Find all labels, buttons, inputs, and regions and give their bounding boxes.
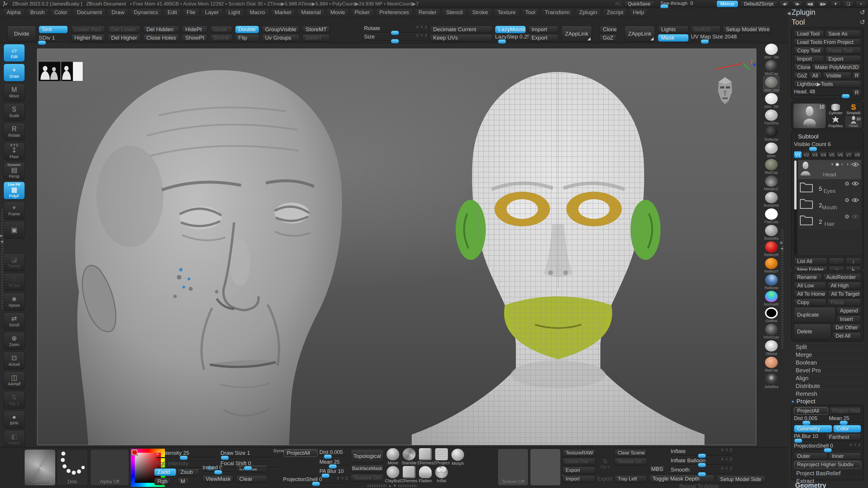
divider-left-icon[interactable]: ◀‖: [779, 1, 790, 7]
lazymouse-button[interactable]: LazyMouse: [495, 26, 526, 33]
quick-brush-item[interactable]: Inflat: [434, 466, 449, 484]
mean-slider[interactable]: Mean 25: [319, 459, 348, 467]
shelf-button-top[interactable]: Lower Res: [71, 26, 105, 33]
tool-preview-icon[interactable]: [716, 76, 734, 105]
menu-item[interactable]: Tool: [521, 8, 539, 17]
default-zscript-button[interactable]: DefaultZScript: [740, 1, 777, 7]
pa-blur-slider[interactable]: PA Blur 10: [794, 433, 823, 441]
subtool-item-head[interactable]: ▾ ◉ ◐ ◑ ∕ Head: [798, 160, 861, 179]
lazystep-slider[interactable]: LazyStep 0.25: [495, 34, 533, 42]
del-other-button[interactable]: Del Other: [832, 324, 861, 331]
export-button[interactable]: Export: [825, 55, 861, 63]
quicksave-button[interactable]: QuickSave: [624, 1, 654, 7]
rotate-slider[interactable]: RotateX Y Z: [364, 25, 428, 33]
doc-thumbnail-1[interactable]: [38, 62, 60, 81]
textureraw-button[interactable]: TextureRAW: [562, 449, 595, 457]
left-shelf-item[interactable]: S Scale: [3, 103, 25, 121]
doc-thumbnail-2[interactable]: [61, 62, 83, 81]
visibility-eye-icon[interactable]: [852, 182, 859, 186]
scroll-left-icon[interactable]: ◀: [780, 246, 783, 250]
tray-resize-handle[interactable]: ▲ ▼: [368, 484, 417, 487]
projection-shell-slider[interactable]: ProjectionShell 0X Y Z: [794, 443, 861, 451]
color-toggle-button[interactable]: Color: [833, 425, 861, 432]
section-row[interactable]: Align: [791, 374, 864, 382]
clear-scene-button[interactable]: Clear Scene: [615, 449, 647, 457]
clone-button[interactable]: Clone: [794, 64, 811, 71]
quick-brush-item[interactable]: ZRemes: [418, 448, 433, 466]
duplicate-button[interactable]: Duplicate: [794, 307, 836, 323]
menu-item[interactable]: Color: [50, 8, 71, 17]
head-r-button[interactable]: R: [852, 89, 861, 97]
inflate-balloon-slider[interactable]: Inflate BalloonX Y Z: [671, 457, 733, 465]
pa-blur-slider[interactable]: PA Blur 10: [319, 468, 348, 476]
material-scrollbar[interactable]: ▶ ◀: [781, 228, 783, 348]
head-slider[interactable]: Head. 48: [794, 89, 851, 97]
m-button[interactable]: M: [177, 478, 189, 485]
menu-item[interactable]: Dynamics: [130, 8, 162, 17]
menu-item[interactable]: Light: [224, 8, 244, 17]
zplugin-palette-header[interactable]: Zplugin↺: [792, 8, 865, 17]
geometry-toggle-button[interactable]: Geometry: [794, 425, 832, 432]
left-shelf-item[interactable]: ⋇ Xpose: [3, 293, 25, 311]
material-item[interactable]: Reflecte: [763, 273, 779, 290]
material-item[interactable]: MetalicC: [763, 174, 779, 191]
farthest-button[interactable]: Farthest: [826, 433, 861, 441]
setup-model-side-button[interactable]: Setup Model Side: [717, 475, 766, 483]
tray-left-button[interactable]: Tray Left: [615, 475, 647, 483]
shelf-button-top[interactable]: HidePt: [182, 26, 207, 33]
subtool-tab[interactable]: V7: [845, 151, 852, 158]
texture-on-button[interactable]: Texture On: [351, 474, 384, 482]
menus-button[interactable]: Menus: [717, 1, 738, 7]
subtool-tab[interactable]: V8: [853, 151, 861, 158]
subtool-header[interactable]: Subtool: [794, 133, 861, 140]
dist-slider[interactable]: Dist 0.005: [794, 416, 826, 423]
size-slider[interactable]: SizeX Y Z: [364, 34, 428, 42]
delete-button[interactable]: Delete: [794, 324, 831, 340]
material-item[interactable]: ReflectR: [763, 240, 779, 257]
scroll-right-icon[interactable]: ▶: [780, 240, 783, 245]
left-shelf-item[interactable]: Dynamic ▤ Persp: [3, 162, 25, 180]
material-item[interactable]: FastSha: [763, 109, 779, 125]
subtool-folder-row[interactable]: 2 ⚙ Hair: [798, 212, 861, 228]
material-item[interactable]: BumpVie: [763, 191, 779, 207]
rename-button[interactable]: Rename: [794, 273, 822, 281]
restore-button[interactable]: ❏: [843, 1, 854, 7]
mbs-button[interactable]: MBS: [649, 465, 665, 473]
shelf-button-bottom[interactable]: Shrink: [210, 34, 232, 42]
menu-item[interactable]: Texture: [494, 8, 519, 17]
shelf-button-top[interactable]: GroupVisible: [262, 26, 300, 33]
sdiv-slider[interactable]: [39, 42, 68, 43]
move-up-button[interactable]: ↑: [829, 258, 844, 265]
gear-icon[interactable]: ⚙: [844, 197, 849, 203]
subtool-list-scrollbar[interactable]: [794, 160, 797, 255]
menu-item[interactable]: Zplugin: [576, 8, 601, 17]
inner-button[interactable]: Inner: [829, 452, 861, 460]
menu-item[interactable]: Picker: [351, 8, 374, 17]
material-item[interactable]: JellyBea: [763, 372, 779, 389]
recent-tool-simplebrush[interactable]: S SimpleB: [845, 103, 862, 115]
shelf-button-bottom[interactable]: Higher Res: [71, 34, 105, 42]
document-canvas[interactable]: [37, 48, 756, 445]
left-shelf-item[interactable]: ⇅ Flip V: [3, 391, 25, 409]
subtool-tab[interactable]: V2: [802, 151, 810, 158]
left-shelf-item[interactable]: ● BPR: [3, 411, 25, 428]
section-row[interactable]: Remesh: [791, 390, 864, 397]
shelf-button-top[interactable]: Grow: [210, 26, 232, 33]
switch-button[interactable]: Switch: [691, 26, 720, 33]
menu-item[interactable]: Preferences: [376, 8, 412, 17]
all-low-button[interactable]: All Low: [794, 282, 826, 289]
divide-button[interactable]: Divide: [7, 26, 36, 42]
import-button[interactable]: Import: [794, 55, 824, 63]
section-row[interactable]: Split: [791, 343, 864, 351]
load-tools-from-project-button[interactable]: Load Tools From Project: [794, 38, 861, 46]
import-texture-button[interactable]: Import: [562, 475, 595, 483]
viewmask-button[interactable]: ViewMask: [203, 475, 233, 483]
shelf-button-bottom[interactable]: Uv Groups: [262, 34, 300, 42]
left-shelf-item[interactable]: ▱ Edit: [3, 44, 25, 62]
quick-brush-item[interactable]: Flatten: [418, 466, 433, 484]
project-history-button[interactable]: Project History: [829, 407, 861, 415]
geometry-palette-header[interactable]: Geometry: [795, 482, 826, 488]
quick-brush-item[interactable]: ClayBuil: [385, 466, 400, 484]
section-row[interactable]: Distribute: [791, 382, 864, 390]
menu-item[interactable]: Help: [629, 8, 648, 17]
